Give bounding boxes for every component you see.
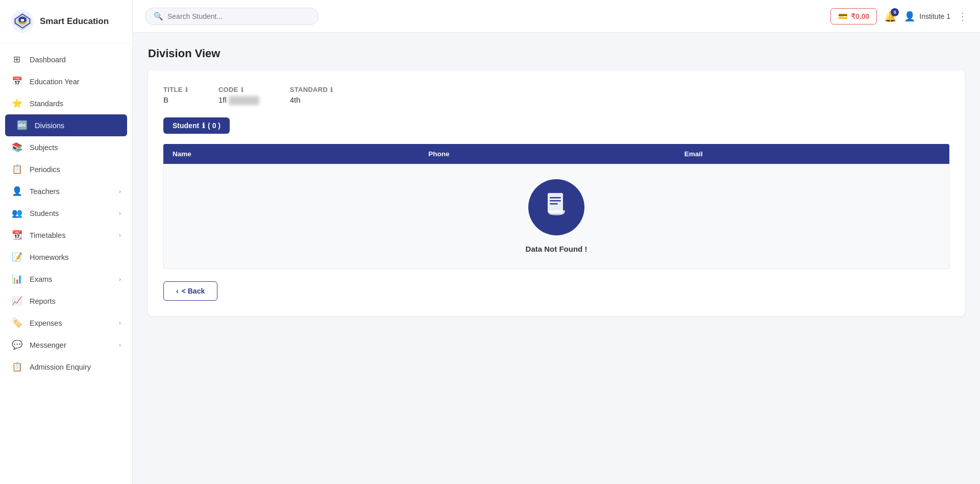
title-label: Title ℹ — [163, 86, 188, 93]
svg-rect-6 — [550, 197, 561, 199]
nav-icon-dashboard: ⊞ — [11, 54, 22, 65]
notif-badge: 0 — [891, 8, 899, 16]
user-name: Institute 1 — [919, 12, 950, 20]
nav-label-students: Students — [30, 209, 59, 217]
nav-label-standards: Standards — [30, 100, 63, 108]
nav-icon-messenger: 💬 — [11, 340, 22, 350]
nav-label-teachers: Teachers — [30, 187, 60, 196]
sidebar-item-exams[interactable]: 📊 Exams › — [0, 268, 132, 290]
col-email: Email — [684, 150, 940, 158]
svg-rect-8 — [550, 203, 558, 205]
code-label: Code ℹ — [218, 86, 259, 93]
sidebar-item-dashboard[interactable]: ⊞ Dashboard — [0, 49, 132, 70]
back-button[interactable]: ‹ < Back — [163, 281, 217, 301]
empty-icon-circle — [528, 179, 584, 235]
document-icon — [543, 191, 570, 224]
svg-rect-4 — [21, 19, 24, 21]
nav-label-messenger: Messenger — [30, 341, 66, 349]
nav-icon-divisions: 🔤 — [16, 120, 28, 131]
nav-icon-exams: 📊 — [11, 274, 22, 284]
sidebar-item-standards[interactable]: ⭐ Standards — [0, 92, 132, 114]
chevron-expenses: › — [119, 320, 121, 327]
sidebar-item-periodics[interactable]: 📋 Periodics — [0, 158, 132, 180]
back-arrow-icon: ‹ — [176, 287, 179, 295]
nav-icon-timetables: 📆 — [11, 230, 22, 240]
nav-label-expenses: Expenses — [30, 319, 62, 327]
nav-icon-education-year: 📅 — [11, 76, 22, 87]
search-input[interactable] — [167, 12, 310, 20]
standard-value: 4th — [290, 95, 333, 104]
title-value: B — [163, 95, 188, 104]
user-icon: 👤 — [904, 11, 915, 22]
chevron-exams: › — [119, 276, 121, 283]
nav-icon-standards: ⭐ — [11, 98, 22, 109]
nav-label-subjects: Subjects — [30, 143, 58, 152]
sidebar-item-messenger[interactable]: 💬 Messenger › — [0, 334, 132, 356]
nav-icon-teachers: 👤 — [11, 186, 22, 197]
chevron-students: › — [119, 210, 121, 217]
nav-label-timetables: Timetables — [30, 231, 65, 239]
sidebar-item-education-year[interactable]: 📅 Education Year — [0, 70, 132, 92]
standard-label: Standard ℹ — [290, 86, 333, 93]
wallet-icon: 💳 — [838, 12, 848, 21]
sidebar-logo: Smart Education — [0, 0, 132, 43]
division-view-card: Title ℹ B Code ℹ 1fl S — [148, 70, 965, 316]
more-button[interactable]: ⋮ — [958, 10, 968, 22]
info-row: Title ℹ B Code ℹ 1fl S — [163, 86, 949, 105]
nav-icon-students: 👥 — [11, 208, 22, 219]
app-logo-icon — [10, 9, 35, 34]
nav-icon-periodics: 📋 — [11, 164, 22, 175]
sidebar-nav: ⊞ Dashboard 📅 Education Year ⭐ Standards… — [0, 43, 132, 484]
user-info[interactable]: 👤 Institute 1 — [904, 11, 950, 22]
code-info-icon: ℹ — [241, 86, 243, 93]
header-right: 💳 ₹0.00 🔔 0 👤 Institute 1 ⋮ — [830, 8, 968, 25]
page-title: Division View — [148, 47, 965, 60]
nav-label-exams: Exams — [30, 275, 52, 283]
svg-point-9 — [549, 211, 564, 215]
nav-icon-expenses: 🏷️ — [11, 318, 22, 328]
sidebar-item-homeworks[interactable]: 📝 Homeworks — [0, 246, 132, 268]
sidebar-item-students[interactable]: 👥 Students › — [0, 202, 132, 224]
sidebar-item-reports[interactable]: 📈 Reports — [0, 290, 132, 312]
sidebar-item-admission-enquiry[interactable]: 📋 Admission Enquiry — [0, 356, 132, 378]
nav-icon-admission-enquiry: 📋 — [11, 361, 22, 372]
header: 🔍 💳 ₹0.00 🔔 0 👤 Institute 1 ⋮ — [133, 0, 980, 33]
nav-label-reports: Reports — [30, 297, 56, 305]
empty-text: Data Not Found ! — [526, 245, 587, 253]
svg-rect-5 — [548, 193, 563, 212]
app-name: Smart Education — [40, 16, 109, 27]
col-phone: Phone — [428, 150, 684, 158]
nav-label-divisions: Divisions — [35, 122, 64, 130]
sidebar-item-divisions[interactable]: 🔤 Divisions — [5, 114, 127, 136]
standard-group: Standard ℹ 4th — [290, 86, 333, 105]
code-value: 1fl — [218, 95, 259, 105]
nav-label-homeworks: Homeworks — [30, 253, 69, 261]
sidebar-item-expenses[interactable]: 🏷️ Expenses › — [0, 312, 132, 334]
sidebar-item-subjects[interactable]: 📚 Subjects — [0, 136, 132, 158]
chevron-timetables: › — [119, 232, 121, 239]
col-name: Name — [173, 150, 428, 158]
search-icon: 🔍 — [154, 12, 163, 21]
nav-icon-subjects: 📚 — [11, 142, 22, 153]
content-area: Division View Title ℹ B Code ℹ 1fl — [133, 33, 980, 484]
table-body: Data Not Found ! — [163, 164, 949, 269]
title-group: Title ℹ B — [163, 86, 188, 105]
sidebar-item-timetables[interactable]: 📆 Timetables › — [0, 224, 132, 246]
search-box[interactable]: 🔍 — [145, 8, 318, 25]
nav-label-admission-enquiry: Admission Enquiry — [30, 363, 91, 371]
svg-rect-7 — [550, 200, 561, 202]
notification-button[interactable]: 🔔 0 — [884, 10, 897, 22]
sidebar-item-teachers[interactable]: 👤 Teachers › — [0, 180, 132, 202]
nav-label-dashboard: Dashboard — [30, 56, 66, 64]
nav-icon-homeworks: 📝 — [11, 252, 22, 262]
balance-amount: ₹0.00 — [851, 12, 869, 20]
standard-info-icon: ℹ — [330, 86, 333, 93]
nav-label-education-year: Education Year — [30, 78, 80, 86]
sidebar: Smart Education ⊞ Dashboard 📅 Education … — [0, 0, 133, 484]
table-header: Name Phone Email — [163, 144, 949, 164]
student-info-icon: ℹ — [202, 122, 205, 130]
balance-button[interactable]: 💳 ₹0.00 — [830, 8, 877, 25]
student-badge: Student ℹ ( 0 ) — [163, 117, 230, 134]
chevron-messenger: › — [119, 342, 121, 349]
title-info-icon: ℹ — [185, 86, 188, 93]
